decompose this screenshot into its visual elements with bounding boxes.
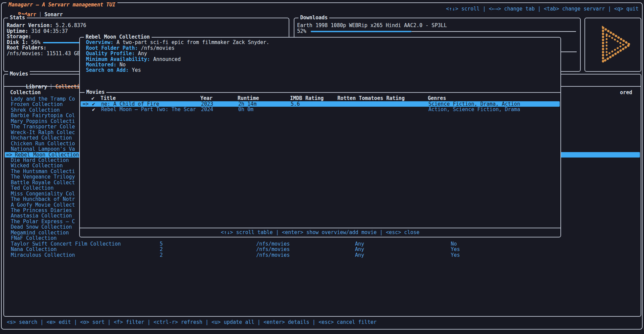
root-folder-value: /nfs/movies: 11511.43 GB (7, 50, 80, 57)
movie-year: 2024 (201, 107, 213, 112)
download-gauge-fill (311, 31, 412, 32)
collection-row[interactable]: Miraculous Collection2/nfs/moviesAnyYes (5, 252, 640, 258)
modal-column-header: Year (200, 96, 213, 101)
movie-check: ✔ (92, 101, 95, 107)
collection-name: Wreck-It Ralph Collec (11, 130, 75, 135)
movie-title: ne: A Child of Fire (101, 101, 159, 107)
collection-name: The Hunchback of Notr (11, 196, 75, 202)
collection-name: Dead Snow Collection (11, 224, 72, 230)
modal-keybind-help: <↑↓> scroll table | <enter> show overvie… (80, 230, 560, 235)
collection-root-folder: /nfs/movies (256, 252, 290, 258)
overview-value: A two-part sci-fi epic from filmmaker Za… (116, 39, 269, 45)
movie-imdb-rating: 5.6 (291, 101, 300, 107)
search-on-add-value: Yes (132, 67, 141, 73)
download-item-title: Earth 1998 1080p WEBRip x265 Hindi AAC2.… (297, 23, 447, 28)
movie-genres: Action, Science Fiction, Drama (428, 107, 520, 112)
tab-library[interactable]: Library (26, 84, 47, 90)
collection-name: The Princess Diaries (11, 208, 72, 213)
collection-movie-count: 2 (160, 247, 163, 252)
collection-name: Barbie Fairytopia Col (11, 113, 75, 118)
download-gauge-track (412, 31, 576, 32)
collection-name: Taylor Swift Concert Film Collection (11, 241, 121, 247)
download-item-percent: 52% (297, 28, 306, 34)
collection-name: National Lampoon's Va (11, 146, 75, 152)
column-header-collection: Collection (10, 90, 41, 96)
collection-name: Ted Collection (11, 185, 53, 191)
collection-name: FNaF Collection (11, 235, 57, 241)
collection-row[interactable]: Nana Collection2/nfs/moviesAnyYes (5, 247, 640, 252)
collection-movie-count: 5 (160, 241, 163, 247)
servarr-tabs: RadarrSonarr (6, 6, 63, 12)
collection-name: Miraculous Collection (11, 252, 75, 258)
version-value: 5.2.6.8376 (55, 22, 86, 28)
modal-table-top-border (80, 92, 560, 93)
tab-divider (40, 12, 41, 17)
collection-name: Megamind collection (11, 230, 69, 235)
collection-name: Uncharted Collection (11, 135, 72, 141)
movie-check: ✔ (92, 107, 95, 112)
modal-column-header: Genres (428, 96, 446, 101)
minimum-availability-value: Announced (153, 56, 181, 62)
download-progress-gauge (311, 31, 576, 32)
collection-name: The Polar Express – C (11, 219, 75, 224)
logo-panel (584, 18, 641, 72)
modal-table-header: ✔TitleYearRuntimeIMDB RatingRotten Tomat… (80, 96, 560, 101)
modal-table-bottom-border (80, 228, 560, 228)
collection-name: The Vengeance Trilogy (11, 174, 75, 180)
collection-flag: No (451, 241, 457, 247)
modal-column-header: ✔ (91, 96, 94, 101)
collection-name: Battle Royale Collect (11, 180, 75, 185)
modal-movie-row[interactable]: ✔Rebel Moon – Part Two: The Scar20240h 0… (81, 107, 560, 112)
collection-name: A Goofy Movie Collect (11, 202, 75, 208)
storage-label: Storage: (7, 34, 31, 40)
column-header-monitored-fragment: ored (620, 90, 632, 96)
movie-genres: Science Fiction, Drama, Action (428, 101, 520, 107)
modal-table-title: Movies (85, 89, 106, 95)
collection-quality-profile: Any (355, 247, 364, 252)
movies-panel-title: Movies (8, 71, 30, 77)
selection-marker: => (6, 152, 12, 158)
quality-profile-label: Quality Profile: (86, 50, 135, 57)
uptime-value: 31d 04:35:37 (31, 28, 68, 34)
collection-name: Rebel Moon Collection (15, 152, 79, 158)
version-label: Radarr Version: (7, 22, 52, 28)
stats-panel-title: Stats (8, 15, 27, 21)
collection-quality-profile: Any (355, 241, 364, 247)
collection-name: Miss Congeniality Col (11, 191, 75, 196)
movie-title: Rebel Moon – Part Two: The Scar (101, 107, 196, 112)
modal-column-header: IMDB Rating (290, 96, 324, 101)
collection-name: Chicken Run Collectio (11, 141, 75, 146)
downloads-panel-title: Downloads (298, 15, 329, 21)
collection-movie-count: 2 (160, 252, 163, 258)
collection-root-folder: /nfs/movies (256, 241, 290, 247)
collection-flag: Yes (451, 252, 460, 258)
collection-name: Frozen Collection (11, 102, 63, 107)
collection-name: Shrek Collection (11, 107, 60, 113)
collection-flag: Yes (451, 247, 460, 252)
modal-column-header: Rotten Tomatoes Rating (337, 96, 405, 101)
quality-profile-value: Any (138, 50, 147, 57)
managarr-logo-icon (585, 18, 641, 71)
root-folders-label: Root Folders: (7, 45, 46, 51)
movie-prefix: => (83, 101, 89, 107)
movie-runtime: 2h 14m (238, 101, 257, 107)
movie-runtime: 0h 0m (238, 107, 253, 112)
collection-name: Wicked Collection (11, 163, 63, 168)
collection-name: Nana Collection (11, 247, 57, 252)
modal-movie-row[interactable]: =>✔ne: A Child of Fire20232h 14m5.6Scien… (81, 101, 560, 107)
modal-column-header: Title (101, 96, 116, 101)
collection-name: The Transporter Colle (11, 124, 75, 129)
collection-name: Die Hard Collection (11, 158, 69, 163)
tab-sonarr[interactable]: Sonarr (44, 12, 63, 18)
collection-name: Mary Poppins Collecti (11, 119, 75, 124)
collection-name: Anastasia Collection (11, 213, 72, 218)
collection-name: Lady and the Tramp Co (11, 96, 75, 102)
keybind-help-bottom: <s> search | <e> edit | <o> sort | <f> f… (7, 319, 377, 325)
collection-quality-profile: Any (355, 252, 364, 258)
search-on-add-label: Search on Add: (86, 67, 129, 73)
managarr-app: Managarr – A Servarr management TUI Rada… (0, 0, 644, 334)
collection-row[interactable]: Taylor Swift Concert Film Collection5/nf… (5, 241, 640, 247)
modal-column-header: Runtime (238, 96, 259, 101)
collection-name: The Huntsman Collecti (11, 169, 75, 174)
movie-year: 2023 (201, 101, 213, 107)
